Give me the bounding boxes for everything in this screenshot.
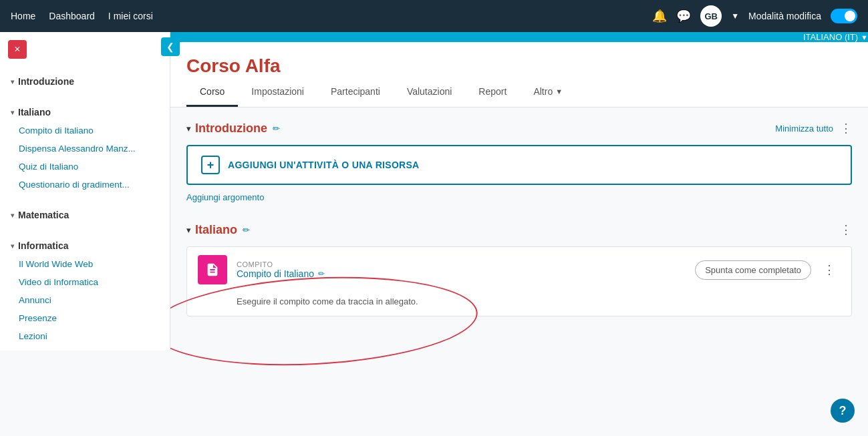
sidebar-group-italiano-label: Italiano bbox=[18, 107, 51, 118]
activity-row: COMPITO Compito di Italiano ✏ Spunta com… bbox=[187, 247, 851, 292]
activity-info: COMPITO Compito di Italiano ✏ bbox=[237, 260, 686, 279]
nav-dashboard[interactable]: Dashboard bbox=[49, 11, 95, 21]
tab-partecipanti[interactable]: Partecipanti bbox=[317, 77, 394, 107]
edit-mode-label: Modalità modifica bbox=[748, 11, 821, 21]
sidebar-item-dispensa[interactable]: Dispensa Alessandro Manz... bbox=[0, 140, 170, 158]
main-layout: × ▾ Introduzione ▾ Italiano Compito di I… bbox=[0, 32, 868, 436]
sidebar-item-compito-italiano[interactable]: Compito di Italiano bbox=[0, 122, 170, 140]
lang-label: ITALIANO (IT) bbox=[803, 32, 858, 42]
chevron-down-icon-2: ▾ bbox=[11, 109, 14, 116]
add-plus-icon: + bbox=[201, 156, 220, 174]
introduzione-edit-icon[interactable]: ✏ bbox=[273, 124, 280, 134]
content-area: ▾ Introduzione ✏ Minimizza tutto ⋮ + AGG… bbox=[170, 107, 868, 333]
italiano-section-header: ▾ Italiano ✏ ⋮ bbox=[186, 222, 852, 237]
sidebar-item-video-informatica[interactable]: Video di Informatica bbox=[0, 273, 170, 291]
nav-my-courses[interactable]: I miei corsi bbox=[108, 11, 153, 21]
edit-mode-toggle[interactable] bbox=[831, 9, 857, 23]
language-selector[interactable]: ITALIANO (IT) ▼ bbox=[803, 32, 868, 42]
tab-impostazioni[interactable]: Impostazioni bbox=[238, 77, 317, 107]
chevron-down-icon: ▾ bbox=[11, 78, 14, 85]
activity-type-label: COMPITO bbox=[237, 260, 686, 268]
complete-button[interactable]: Spunta come completato bbox=[695, 260, 811, 280]
sidebar-section-informatica: ▾ Informatica Il World Wide Web Video di… bbox=[0, 230, 170, 351]
sidebar-item-questionario[interactable]: Questionario di gradiment... bbox=[0, 176, 170, 194]
sidebar-group-matematica[interactable]: ▾ Matematica bbox=[0, 204, 170, 224]
sidebar-item-presenze[interactable]: Presenze bbox=[0, 309, 170, 327]
avatar[interactable]: GB bbox=[700, 5, 722, 27]
chevron-down-icon-3: ▾ bbox=[11, 212, 14, 219]
add-activity-box[interactable]: + AGGIUNGI UN'ATTIVITÀ O UNA RISORSA bbox=[186, 145, 852, 185]
tab-valutazioni[interactable]: Valutazioni bbox=[394, 77, 465, 107]
tab-altro-label: Altro bbox=[533, 86, 553, 97]
italiano-section: ▾ Italiano ✏ ⋮ bbox=[186, 222, 852, 316]
top-navigation: Home Dashboard I miei corsi 🔔 💬 GB ▼ Mod… bbox=[0, 0, 868, 32]
course-title: Corso Alfa bbox=[186, 55, 852, 77]
italiano-edit-icon[interactable]: ✏ bbox=[243, 225, 250, 235]
sidebar-item-world-wide-web[interactable]: Il World Wide Web bbox=[0, 255, 170, 273]
sidebar-group-informatica-label: Informatica bbox=[18, 240, 68, 251]
chevron-down-icon-altro: ▼ bbox=[555, 87, 563, 95]
sidebar-item-quiz-italiano[interactable]: Quiz di Italiano bbox=[0, 158, 170, 176]
course-header-bar: ITALIANO (IT) ▼ bbox=[170, 32, 868, 42]
activity-name-link[interactable]: Compito di Italiano ✏ bbox=[237, 268, 686, 279]
italiano-section-actions: ⋮ bbox=[840, 222, 852, 237]
activity-name-edit-icon[interactable]: ✏ bbox=[318, 269, 325, 278]
italiano-title: Italiano bbox=[195, 223, 237, 237]
sidebar-group-introduzione-label: Introduzione bbox=[18, 76, 74, 87]
nav-home[interactable]: Home bbox=[11, 11, 35, 21]
italiano-toggle[interactable]: ▾ bbox=[186, 225, 191, 235]
sidebar-wrapper: × ▾ Introduzione ▾ Italiano Compito di I… bbox=[0, 32, 170, 436]
bell-icon[interactable]: 🔔 bbox=[652, 9, 667, 23]
add-activity-label: AGGIUNGI UN'ATTIVITÀ O UNA RISORSA bbox=[228, 160, 420, 170]
nav-links: Home Dashboard I miei corsi bbox=[11, 11, 153, 21]
tab-report[interactable]: Report bbox=[465, 77, 520, 107]
lang-chevron-icon: ▼ bbox=[861, 33, 868, 41]
sidebar-section-introduzione: ▾ Introduzione bbox=[0, 65, 170, 96]
sidebar-item-annunci[interactable]: Annunci bbox=[0, 291, 170, 309]
avatar-chevron-icon[interactable]: ▼ bbox=[731, 11, 739, 21]
course-tabs: Corso Impostazioni Partecipanti Valutazi… bbox=[170, 77, 868, 107]
sidebar-item-lezioni[interactable]: Lezioni bbox=[0, 327, 170, 345]
tab-corso[interactable]: Corso bbox=[186, 77, 238, 107]
introduzione-toggle[interactable]: ▾ bbox=[186, 124, 191, 134]
course-title-area: Corso Alfa bbox=[170, 42, 868, 77]
section-menu-icon[interactable]: ⋮ bbox=[840, 121, 852, 136]
activity-card-compito: COMPITO Compito di Italiano ✏ Spunta com… bbox=[186, 246, 852, 316]
minimize-all-link[interactable]: Minimizza tutto bbox=[775, 124, 833, 134]
sidebar-group-matematica-label: Matematica bbox=[18, 210, 69, 220]
add-topic-link[interactable]: Aggiungi argomento bbox=[186, 192, 264, 202]
introduzione-title: Introduzione bbox=[195, 122, 267, 136]
chat-icon[interactable]: 💬 bbox=[676, 9, 691, 23]
sidebar-group-informatica[interactable]: ▾ Informatica bbox=[0, 235, 170, 255]
collapse-sidebar-button[interactable]: ❮ bbox=[161, 37, 180, 56]
tab-altro[interactable]: Altro ▼ bbox=[520, 77, 576, 107]
chevron-down-icon-4: ▾ bbox=[11, 242, 14, 250]
sidebar: × ▾ Introduzione ▾ Italiano Compito di I… bbox=[0, 32, 170, 351]
help-button[interactable]: ? bbox=[831, 399, 855, 423]
section-actions: Minimizza tutto ⋮ bbox=[775, 121, 852, 136]
main-content: ITALIANO (IT) ▼ Corso Alfa Corso Imposta… bbox=[170, 32, 868, 436]
sidebar-group-introduzione[interactable]: ▾ Introduzione bbox=[0, 71, 170, 91]
sidebar-section-italiano: ▾ Italiano Compito di Italiano Dispensa … bbox=[0, 96, 170, 199]
activity-icon-compito bbox=[198, 255, 227, 284]
sidebar-group-italiano[interactable]: ▾ Italiano bbox=[0, 101, 170, 122]
nav-right: 🔔 💬 GB ▼ Modalità modifica bbox=[652, 5, 857, 27]
sidebar-close-button[interactable]: × bbox=[8, 40, 27, 59]
introduzione-section-header: ▾ Introduzione ✏ Minimizza tutto ⋮ bbox=[186, 121, 852, 136]
activity-description: Eseguire il compito come da traccia in a… bbox=[187, 292, 851, 316]
italiano-section-menu-icon[interactable]: ⋮ bbox=[840, 222, 852, 237]
activity-menu-icon[interactable]: ⋮ bbox=[818, 260, 841, 280]
sidebar-section-matematica: ▾ Matematica bbox=[0, 199, 170, 230]
activity-name-text: Compito di Italiano bbox=[237, 268, 314, 279]
activity-right: Spunta come completato ⋮ bbox=[695, 260, 841, 280]
